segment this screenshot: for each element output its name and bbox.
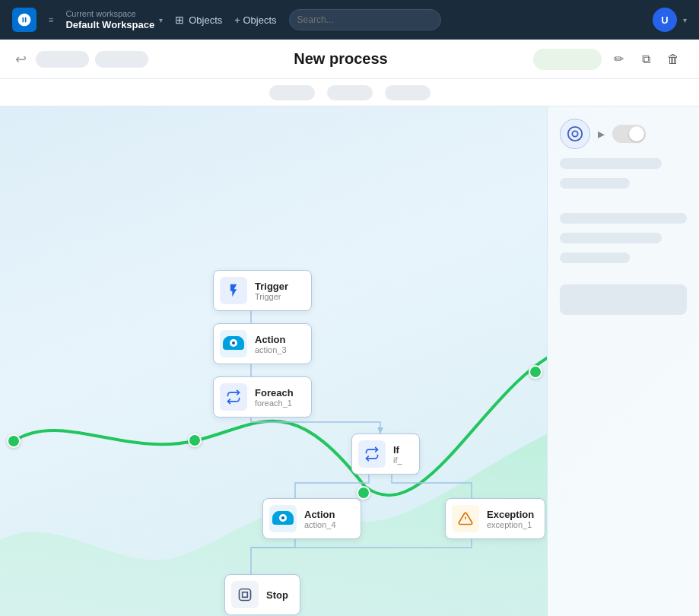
action4-icon	[269, 505, 297, 532]
trigger-node[interactable]: Trigger Trigger	[213, 270, 312, 311]
user-avatar[interactable]: U	[653, 8, 677, 32]
page-title: New process	[157, 50, 524, 68]
if-label: If	[393, 444, 402, 456]
objects-label: Objects	[189, 14, 222, 26]
tab-2[interactable]	[327, 85, 373, 100]
panel-row-3	[560, 213, 687, 224]
trigger-sublabel: Trigger	[255, 292, 288, 301]
status-button[interactable]	[533, 49, 602, 70]
action3-icon	[220, 330, 247, 357]
action3-sublabel: action_3	[255, 345, 287, 354]
trigger-icon	[220, 277, 247, 304]
breadcrumb-item-2[interactable]	[95, 51, 148, 68]
curve-dot-3	[357, 486, 370, 500]
stop-icon	[231, 581, 259, 608]
back-icon: ↩	[15, 52, 27, 67]
grid-icon: ⊞	[175, 14, 184, 26]
action3-node[interactable]: Action action_3	[213, 323, 312, 364]
plus-objects-label: + Objects	[234, 14, 276, 26]
copy-button[interactable]: ⧉	[635, 49, 656, 70]
edit-button[interactable]: ✏	[608, 49, 629, 70]
page-toolbar: ↩ New process ✏ ⧉ 🗑	[0, 40, 699, 79]
action4-sublabel: action_4	[304, 520, 336, 529]
back-button[interactable]: ↩	[15, 51, 27, 68]
search-input[interactable]	[297, 14, 433, 25]
add-objects-nav[interactable]: + Objects	[234, 14, 276, 26]
action4-node[interactable]: Action action_4	[262, 498, 361, 539]
trigger-label: Trigger	[255, 281, 288, 292]
main-area: Trigger Trigger Action action_3	[0, 106, 699, 616]
panel-box-1	[560, 284, 687, 315]
foreach-label: Foreach	[255, 387, 294, 398]
exception-sublabel: exception_1	[487, 520, 534, 529]
stop-node[interactable]: Stop	[224, 574, 300, 615]
exception-node[interactable]: Exception exception_1	[445, 498, 545, 539]
panel-header: ▸	[560, 119, 687, 149]
panel-row-1	[560, 158, 662, 169]
workspace-name: Default Workspace	[65, 19, 154, 31]
exception-icon	[452, 505, 479, 532]
copy-icon: ⧉	[642, 52, 650, 66]
stop-label: Stop	[266, 589, 288, 601]
delete-button[interactable]: 🗑	[662, 49, 684, 70]
action4-label: Action	[304, 509, 336, 520]
svg-marker-2	[377, 427, 383, 433]
breadcrumb-item-1[interactable]	[36, 51, 89, 68]
avatar-chevron: ▾	[683, 16, 687, 24]
workspace-chevron: ≡	[49, 15, 53, 24]
panel-arrow-icon[interactable]: ▸	[598, 125, 605, 142]
breadcrumb	[36, 51, 148, 68]
toolbar-actions: ✏ ⧉ 🗑	[533, 49, 684, 70]
flow-canvas[interactable]: Trigger Trigger Action action_3	[0, 106, 547, 616]
foreach-sublabel: foreach_1	[255, 398, 294, 408]
objects-nav[interactable]: ⊞ Objects	[175, 14, 222, 26]
curve-dot-4	[529, 365, 542, 379]
right-panel: ▸	[547, 106, 699, 616]
svg-rect-6	[243, 592, 248, 598]
panel-row-4	[560, 233, 662, 243]
if-node[interactable]: If if_	[351, 433, 420, 475]
foreach-node[interactable]: Foreach foreach_1	[213, 376, 312, 418]
exception-label: Exception	[487, 509, 534, 520]
sub-toolbar	[0, 79, 699, 106]
panel-toggle[interactable]	[612, 125, 646, 143]
top-navigation: ≡ Current workspace Default Workspace ▾ …	[0, 0, 699, 40]
panel-icon	[560, 119, 590, 149]
search-box[interactable]	[289, 9, 441, 30]
panel-row-2	[560, 178, 630, 189]
workspace-label: Current workspace	[65, 9, 154, 19]
tab-3[interactable]	[385, 85, 431, 100]
edit-icon: ✏	[614, 52, 624, 66]
app-logo[interactable]	[12, 8, 37, 32]
workspace-chevron-icon: ▾	[159, 16, 163, 24]
workspace-selector[interactable]: Current workspace Default Workspace ▾	[65, 9, 163, 31]
curve-dot-1	[7, 434, 21, 448]
panel-row-5	[560, 252, 630, 263]
delete-icon: 🗑	[667, 52, 679, 66]
action3-label: Action	[255, 334, 287, 345]
if-sublabel: if_	[393, 456, 402, 465]
curve-dot-2	[188, 433, 202, 447]
foreach-icon	[220, 383, 247, 411]
tab-1[interactable]	[269, 85, 315, 100]
if-icon	[358, 440, 386, 468]
svg-rect-5	[240, 589, 251, 601]
